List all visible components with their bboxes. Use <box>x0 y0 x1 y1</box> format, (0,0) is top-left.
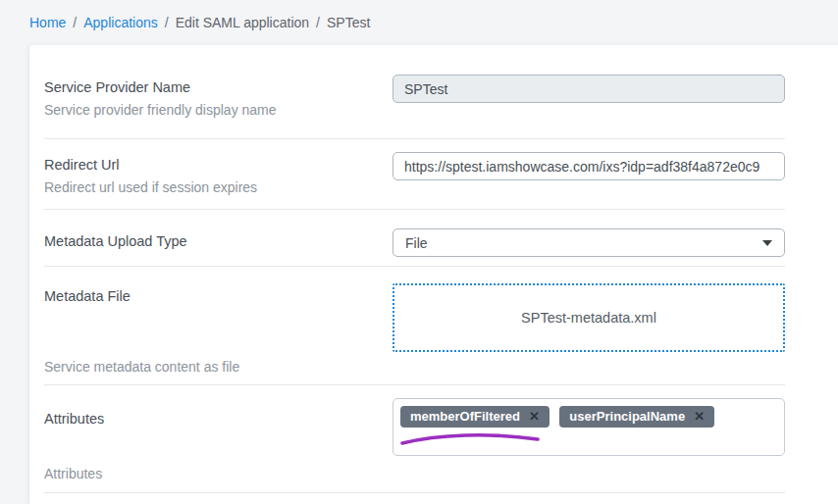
breadcrumb-link-home[interactable]: Home <box>29 15 66 30</box>
field-row-metadata-upload-type: Metadata Upload Type File <box>44 210 785 267</box>
breadcrumb-item-edit-saml-application: Edit SAML application <box>176 15 309 30</box>
attribute-tag: memberOfFiltered ✕ <box>400 406 550 428</box>
breadcrumb-separator: / <box>316 15 320 30</box>
chevron-down-icon <box>762 240 772 246</box>
attributes-tag-input[interactable]: memberOfFiltered ✕ userPrincipalName ✕ <box>393 398 785 456</box>
attribute-tag: userPrincipalName ✕ <box>559 406 714 428</box>
field-row-redirect-url: Redirect Url Redirect url used if sessio… <box>44 139 785 210</box>
redirect-url-label: Redirect Url <box>44 152 393 174</box>
metadata-file-help: Service metadata content as file <box>44 358 393 376</box>
breadcrumb-link-applications[interactable]: Applications <box>83 15 158 30</box>
purple-underline-annotation <box>397 431 545 447</box>
metadata-file-dropzone[interactable]: SPTest-metadata.xml <box>393 283 785 352</box>
field-row-service-provider-name: Service Provider Name Service provider f… <box>44 45 785 139</box>
service-provider-name-input[interactable] <box>393 75 785 103</box>
attributes-help: Attributes <box>44 465 393 482</box>
metadata-upload-type-selected-value: File <box>405 235 428 251</box>
service-provider-name-help: Service provider friendly display name <box>44 101 393 119</box>
metadata-upload-type-select[interactable]: File <box>393 228 785 257</box>
remove-tag-icon[interactable]: ✕ <box>529 409 540 425</box>
redirect-url-input[interactable] <box>393 152 785 180</box>
metadata-upload-type-label: Metadata Upload Type <box>44 228 393 250</box>
metadata-file-name: SPTest-metadata.xml <box>521 310 656 326</box>
breadcrumb-separator: / <box>165 15 169 30</box>
breadcrumb-item-sptest: SPTest <box>327 15 370 30</box>
field-row-attributes: Attributes memberOfFiltered ✕ userPrinci… <box>44 385 785 493</box>
metadata-file-label: Metadata File <box>44 283 393 305</box>
field-row-metadata-file: Metadata File SPTest-metadata.xml Servic… <box>44 267 785 385</box>
service-provider-name-label: Service Provider Name <box>44 75 393 96</box>
remove-tag-icon[interactable]: ✕ <box>694 409 705 425</box>
redirect-url-help: Redirect url used if session expires <box>44 178 393 196</box>
breadcrumb: Home / Applications / Edit SAML applicat… <box>0 0 838 45</box>
attribute-tag-label: memberOfFiltered <box>410 409 520 425</box>
breadcrumb-separator: / <box>73 15 77 30</box>
attribute-tag-label: userPrincipalName <box>569 409 685 425</box>
edit-saml-application-form: Service Provider Name Service provider f… <box>29 45 838 504</box>
attributes-label: Attributes <box>44 398 393 428</box>
